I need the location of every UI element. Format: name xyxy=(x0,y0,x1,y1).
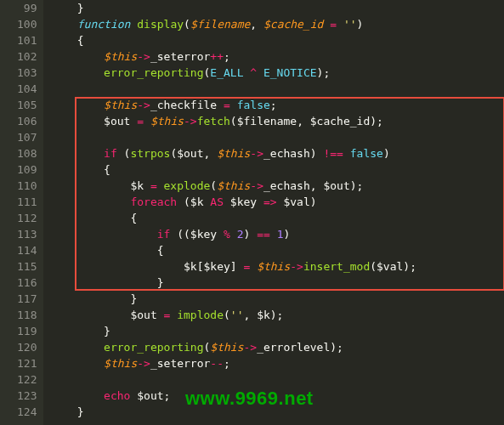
code-line[interactable]: $this->_checkfile = false; xyxy=(50,97,504,113)
code-line[interactable]: } xyxy=(50,291,504,307)
line-number: 119 xyxy=(17,323,37,339)
line-number: 123 xyxy=(17,388,37,404)
code-line[interactable]: foreach ($k AS $key => $val) xyxy=(50,194,504,210)
line-number: 122 xyxy=(17,371,37,388)
line-number: 100 xyxy=(17,16,37,32)
code-line[interactable]: echo $out; xyxy=(50,388,504,404)
code-line[interactable]: if (strpos($out, $this->_echash) !== fal… xyxy=(50,145,504,162)
line-number: 112 xyxy=(17,210,37,226)
code-line[interactable]: } xyxy=(50,323,504,339)
line-number: 102 xyxy=(17,48,37,65)
code-line[interactable]: if (($key % 2) == 1) xyxy=(50,226,504,242)
line-number: 113 xyxy=(17,226,37,242)
line-number: 106 xyxy=(17,113,37,129)
code-line[interactable]: $this->_seterror++; xyxy=(50,48,504,65)
code-line[interactable]: error_reporting($this->_errorlevel); xyxy=(50,339,504,355)
line-number: 117 xyxy=(17,291,37,307)
code-line[interactable]: $this->_seterror--; xyxy=(50,355,504,371)
code-line[interactable]: function display($filename, $cache_id = … xyxy=(50,16,504,32)
line-number: 121 xyxy=(17,355,37,371)
code-line[interactable]: $k = explode($this->_echash, $out); xyxy=(50,178,504,194)
code-line[interactable]: } xyxy=(50,275,504,291)
code-line[interactable]: error_reporting(E_ALL ^ E_NOTICE); xyxy=(50,65,504,81)
code-line[interactable] xyxy=(50,371,504,388)
line-number: 116 xyxy=(17,275,37,291)
line-number: 105 xyxy=(17,97,37,113)
line-number: 99 xyxy=(17,0,37,16)
code-line[interactable]: $out = implode('', $k); xyxy=(50,307,504,323)
line-number: 111 xyxy=(17,194,37,210)
line-number: 115 xyxy=(17,258,37,275)
code-line[interactable]: { xyxy=(50,32,504,48)
code-line[interactable]: { xyxy=(50,242,504,258)
code-line[interactable]: { xyxy=(50,210,504,226)
line-number: 109 xyxy=(17,162,37,178)
line-number: 120 xyxy=(17,339,37,355)
code-line[interactable]: } xyxy=(50,404,504,420)
line-number: 110 xyxy=(17,178,37,194)
code-line[interactable]: $k[$key] = $this->insert_mod($val); xyxy=(50,258,504,275)
line-number: 107 xyxy=(17,129,37,145)
line-number: 101 xyxy=(17,32,37,48)
code-line[interactable]: $out = $this->fetch($filename, $cache_id… xyxy=(50,113,504,129)
code-line[interactable]: } xyxy=(50,0,504,16)
line-number: 124 xyxy=(17,404,37,420)
line-number: 104 xyxy=(17,81,37,97)
line-gutter: 99 100 101 102 103 104 105 106 107 108 1… xyxy=(0,0,43,425)
code-editor[interactable]: 99 100 101 102 103 104 105 106 107 108 1… xyxy=(0,0,504,425)
line-number: 118 xyxy=(17,307,37,323)
code-line[interactable] xyxy=(50,129,504,145)
code-line[interactable] xyxy=(50,81,504,97)
code-area[interactable]: } function display($filename, $cache_id … xyxy=(43,0,504,425)
line-number: 108 xyxy=(17,145,37,162)
line-number: 114 xyxy=(17,242,37,258)
line-number: 103 xyxy=(17,65,37,81)
code-line[interactable]: { xyxy=(50,162,504,178)
